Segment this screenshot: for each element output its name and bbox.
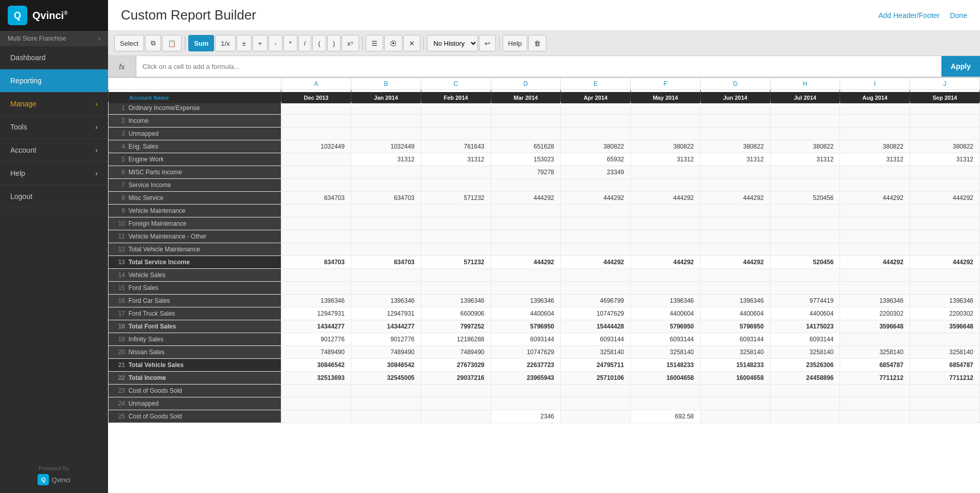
data-cell[interactable]: 444292 — [840, 256, 910, 269]
data-cell[interactable] — [561, 410, 631, 423]
data-cell[interactable] — [631, 385, 701, 397]
data-cell[interactable]: 3596648 — [910, 320, 980, 333]
data-cell[interactable]: 10747629 — [491, 346, 561, 359]
data-cell[interactable] — [491, 115, 561, 127]
row-label-cell[interactable]: 6 MISC Parts Income — [109, 166, 281, 179]
data-cell[interactable]: 22637723 — [491, 359, 561, 372]
data-cell[interactable]: 3258140 — [770, 346, 840, 359]
data-cell[interactable] — [910, 269, 980, 282]
data-cell[interactable] — [421, 179, 491, 192]
row-label-cell[interactable]: 14 Vehicle Sales — [109, 269, 281, 282]
history-select[interactable]: No History — [427, 35, 478, 51]
row-label-cell[interactable]: 1 Ordinary Income/Expense — [109, 102, 281, 115]
data-cell[interactable] — [910, 217, 980, 230]
data-cell[interactable] — [770, 179, 840, 192]
data-cell[interactable]: 2200302 — [840, 307, 910, 320]
data-cell[interactable] — [281, 102, 351, 115]
col-header-G[interactable]: G — [700, 78, 770, 90]
data-cell[interactable]: 15444428 — [561, 320, 631, 333]
data-cell[interactable]: 634703 — [281, 256, 351, 269]
data-cell[interactable] — [840, 333, 910, 346]
data-cell[interactable]: 444292 — [700, 192, 770, 205]
data-cell[interactable]: 3258140 — [561, 346, 631, 359]
row-label-cell[interactable]: 25 Cost of Goods Sold — [109, 410, 281, 423]
row-label-cell[interactable]: 21 Total Vehicle Sales — [109, 359, 281, 372]
data-cell[interactable] — [491, 282, 561, 295]
data-cell[interactable] — [700, 166, 770, 179]
data-cell[interactable]: 6600906 — [421, 307, 491, 320]
data-cell[interactable] — [491, 217, 561, 230]
data-cell[interactable] — [840, 243, 910, 256]
data-cell[interactable] — [281, 166, 351, 179]
data-cell[interactable]: 3258140 — [700, 346, 770, 359]
data-cell[interactable] — [631, 166, 701, 179]
data-cell[interactable] — [840, 410, 910, 423]
data-cell[interactable] — [421, 205, 491, 217]
row-label-cell[interactable]: 20 Nissan Sales — [109, 346, 281, 359]
data-cell[interactable]: 634703 — [351, 192, 421, 205]
data-cell[interactable]: 1396346 — [491, 295, 561, 307]
close-paren-button[interactable]: ) — [327, 35, 341, 51]
data-cell[interactable] — [840, 217, 910, 230]
data-cell[interactable] — [631, 397, 701, 410]
data-cell[interactable] — [561, 282, 631, 295]
data-cell[interactable] — [351, 385, 421, 397]
row-label-cell[interactable]: 17 Ford Truck Sales — [109, 307, 281, 320]
data-cell[interactable] — [910, 282, 980, 295]
row-label-cell[interactable]: 7 Service Income — [109, 179, 281, 192]
data-cell[interactable] — [840, 385, 910, 397]
copy-button[interactable]: ⧉ — [145, 35, 161, 51]
col-header-H[interactable]: H — [770, 78, 840, 90]
data-cell[interactable]: 444292 — [491, 192, 561, 205]
data-cell[interactable]: 692.58 — [631, 410, 701, 423]
data-cell[interactable] — [631, 115, 701, 127]
data-cell[interactable]: 30846542 — [351, 359, 421, 372]
data-cell[interactable] — [910, 230, 980, 243]
data-cell[interactable]: 3258140 — [631, 346, 701, 359]
col-header-J[interactable]: J — [910, 78, 980, 90]
row-label-cell[interactable]: 11 Vehicle Maintenance - Other — [109, 230, 281, 243]
data-cell[interactable] — [910, 397, 980, 410]
data-cell[interactable]: 380822 — [910, 140, 980, 153]
data-cell[interactable] — [561, 102, 631, 115]
data-cell[interactable]: 761643 — [421, 140, 491, 153]
data-cell[interactable] — [351, 205, 421, 217]
data-cell[interactable]: 12186288 — [421, 333, 491, 346]
data-cell[interactable] — [281, 385, 351, 397]
data-cell[interactable] — [491, 127, 561, 140]
data-cell[interactable] — [421, 102, 491, 115]
data-cell[interactable]: 16004658 — [700, 372, 770, 385]
data-cell[interactable]: 23526306 — [770, 359, 840, 372]
data-cell[interactable] — [561, 230, 631, 243]
plus-minus-button[interactable]: ± — [237, 35, 252, 51]
data-cell[interactable] — [770, 127, 840, 140]
data-cell[interactable] — [910, 179, 980, 192]
data-cell[interactable]: 3258140 — [840, 346, 910, 359]
data-cell[interactable]: 24458896 — [770, 372, 840, 385]
data-cell[interactable] — [840, 102, 910, 115]
data-cell[interactable] — [561, 385, 631, 397]
sidebar-item-dashboard[interactable]: Dashboard — [0, 46, 108, 69]
data-cell[interactable] — [700, 282, 770, 295]
data-cell[interactable]: 32513693 — [281, 372, 351, 385]
sum-button[interactable]: Sum — [188, 35, 214, 51]
data-cell[interactable]: 3596648 — [840, 320, 910, 333]
data-cell[interactable] — [910, 127, 980, 140]
data-cell[interactable] — [351, 102, 421, 115]
data-cell[interactable]: 444292 — [561, 256, 631, 269]
data-cell[interactable] — [561, 179, 631, 192]
col-header-F[interactable]: F — [631, 78, 701, 90]
data-cell[interactable]: 444292 — [561, 192, 631, 205]
data-cell[interactable]: 571232 — [421, 192, 491, 205]
data-cell[interactable] — [351, 179, 421, 192]
data-cell[interactable] — [770, 410, 840, 423]
data-cell[interactable] — [910, 166, 980, 179]
data-cell[interactable]: 444292 — [700, 256, 770, 269]
data-cell[interactable] — [561, 217, 631, 230]
data-cell[interactable]: 7711212 — [840, 372, 910, 385]
data-cell[interactable]: 5796950 — [700, 320, 770, 333]
data-cell[interactable] — [421, 217, 491, 230]
divide-button[interactable]: / — [298, 35, 312, 51]
data-cell[interactable]: 444292 — [910, 256, 980, 269]
data-cell[interactable]: 15148233 — [631, 359, 701, 372]
